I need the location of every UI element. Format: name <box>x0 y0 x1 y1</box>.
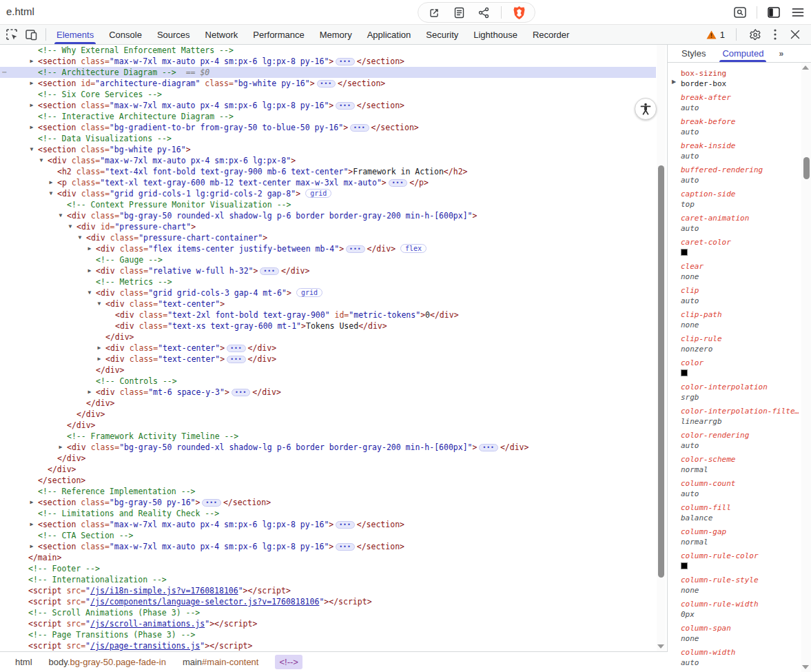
issues-warning-badge[interactable]: 1 <box>706 30 725 40</box>
scroll-up-arrow-icon[interactable] <box>802 65 809 70</box>
expand-arrow-icon[interactable]: ▶ <box>28 78 35 89</box>
expand-arrow-icon[interactable]: ▶ <box>86 265 93 276</box>
script-src-link[interactable]: /js/i18n-simple.js?v=1760818106 <box>90 586 238 595</box>
dom-tree-node[interactable]: ▶<section class="max-w-7xl mx-auto px-4 … <box>0 519 656 530</box>
share-icon[interactable] <box>476 5 491 20</box>
breadcrumb-item[interactable]: body.bg-gray-50.page-fade-in <box>49 657 166 667</box>
dom-tree-node[interactable]: <div class="text-xs text-gray-600 mt-1">… <box>0 320 656 332</box>
computed-property[interactable]: clearnone <box>668 260 801 284</box>
dom-tree-node[interactable]: ▶<section class="max-w-7xl mx-auto px-4 … <box>0 56 656 67</box>
grid-layout-badge[interactable]: grid <box>305 189 331 198</box>
expand-ellipsis-button[interactable]: ••• <box>260 267 278 275</box>
expand-arrow-icon[interactable]: ▶ <box>86 387 93 398</box>
dom-tree-node[interactable]: </div> <box>0 420 656 431</box>
expand-ellipsis-button[interactable]: ••• <box>336 58 354 65</box>
computed-property[interactable]: buffered-renderingauto <box>668 163 801 187</box>
dom-tree-node[interactable]: ▶<p class="text-xl text-gray-600 mb-12 t… <box>0 177 656 188</box>
scroll-down-arrow-icon[interactable] <box>657 644 664 649</box>
dom-tree-node[interactable]: <!-- Why External Enforcement Matters --… <box>0 45 656 56</box>
expand-ellipsis-button[interactable]: ••• <box>202 499 220 507</box>
grid-layout-badge[interactable]: grid <box>296 288 322 297</box>
computed-property[interactable]: color <box>668 356 801 380</box>
dom-tree-node[interactable]: <h2 class="text-4xl font-bold text-gray-… <box>0 166 656 177</box>
expand-arrow-icon[interactable]: ▶ <box>96 354 103 365</box>
collapse-arrow-icon[interactable]: ▼ <box>67 221 74 232</box>
collapse-arrow-icon[interactable]: ▼ <box>48 188 54 199</box>
accessibility-icon[interactable] <box>635 98 657 120</box>
expand-ellipsis-button[interactable]: ••• <box>336 521 354 529</box>
dom-tree-node[interactable]: </section> <box>0 475 656 486</box>
devtools-close-icon[interactable] <box>788 27 803 42</box>
devtools-tab-sources[interactable]: Sources <box>150 25 198 44</box>
dom-tree-node[interactable]: <!-- Framework Activity Timeline --> <box>0 431 656 442</box>
sidebar-scrollbar-thumb[interactable] <box>803 157 810 179</box>
dom-tree-node[interactable]: ▼<div class="max-w-7xl mx-auto px-4 sm:p… <box>0 155 656 166</box>
expand-arrow-icon[interactable]: ▶ <box>28 541 35 552</box>
dom-tree-node[interactable]: <!-- Gauge --> <box>0 254 656 265</box>
computed-property[interactable]: color-schemenormal <box>668 453 801 477</box>
collapse-arrow-icon[interactable]: ▼ <box>96 298 103 309</box>
node-options-dots-icon[interactable]: ⋯ <box>2 67 8 78</box>
computed-property[interactable]: break-beforeauto <box>668 115 801 139</box>
dom-tree-node[interactable]: </div> <box>0 453 656 464</box>
breadcrumb-item[interactable]: html <box>15 657 32 667</box>
computed-property[interactable]: clip-pathnone <box>668 308 801 332</box>
computed-property[interactable]: clipauto <box>668 284 801 308</box>
sidebar-scrollbar[interactable] <box>801 63 811 672</box>
dom-tree-node[interactable]: </div> <box>0 409 656 420</box>
computed-property[interactable]: column-widthauto <box>668 646 801 670</box>
expand-arrow-icon[interactable]: ▶ <box>28 497 35 508</box>
color-swatch[interactable] <box>681 369 688 376</box>
expand-ellipsis-button[interactable]: ••• <box>336 543 354 551</box>
expand-arrow-icon[interactable]: ▶ <box>28 56 35 67</box>
computed-property[interactable]: caret-animationauto <box>668 212 801 236</box>
dom-tree-node[interactable]: ▼<div class="text-center"> <box>0 298 656 309</box>
script-src-link[interactable]: /js/components/language-selector.js?v=17… <box>90 597 319 607</box>
dom-tree-node[interactable]: ▼<div class="grid grid-cols-1 lg:grid-co… <box>0 188 656 199</box>
dom-tree-node[interactable]: <!-- Data Visualizations --> <box>0 133 656 144</box>
computed-property[interactable]: break-insideauto <box>668 139 801 163</box>
expand-arrow-icon[interactable]: ▶ <box>672 79 676 85</box>
dom-tree-node[interactable]: ▶<div class="relative w-full h-32">•••</… <box>0 265 656 276</box>
dom-tree-node[interactable]: </div> <box>0 332 656 343</box>
dom-tree-node[interactable]: ▶<div class="bg-gray-50 rounded-xl shado… <box>0 442 656 453</box>
elements-scrollbar[interactable] <box>657 45 666 651</box>
dom-tree-node[interactable]: ▶<div class="text-center">•••</div> <box>0 354 656 365</box>
computed-property[interactable]: caption-sidetop <box>668 187 801 212</box>
dom-tree-node[interactable]: ⋯<!-- Architecture Diagram --> == $0 <box>0 67 656 78</box>
dom-tree-node[interactable]: <script src="/js/i18n-simple.js?v=176081… <box>0 585 656 596</box>
search-tabs-icon[interactable] <box>732 5 748 20</box>
collapse-arrow-icon[interactable]: ▼ <box>76 232 83 243</box>
computed-property[interactable]: color-renderingauto <box>668 429 801 453</box>
reader-mode-icon[interactable] <box>451 5 466 20</box>
brave-shield-icon[interactable] <box>511 5 526 20</box>
expand-ellipsis-button[interactable]: ••• <box>350 124 369 132</box>
dom-tree-node[interactable]: <!-- Scroll Animations (Phase 3) --> <box>0 607 656 618</box>
more-tabs-chevron-icon[interactable]: » <box>779 45 782 62</box>
computed-property[interactable]: clip-rulenonzero <box>668 332 801 356</box>
devtools-tab-console[interactable]: Console <box>101 25 150 44</box>
computed-property[interactable]: column-gapnormal <box>668 525 801 549</box>
dom-tree-node[interactable]: <!-- Limitations and Reality Check --> <box>0 508 656 519</box>
devtools-tab-elements[interactable]: Elements <box>49 25 101 44</box>
dom-tree-node[interactable]: <script src="/js/page-transitions.js"></… <box>0 640 656 651</box>
dom-tree-node[interactable]: <!-- Six Core Services --> <box>0 89 656 100</box>
dom-tree-node[interactable]: ▼<div id="pressure-chart"> <box>0 221 656 232</box>
dom-tree-node[interactable]: </div> <box>0 464 656 475</box>
color-swatch[interactable] <box>681 249 688 256</box>
expand-ellipsis-button[interactable]: ••• <box>317 80 336 88</box>
dom-tree-node[interactable]: ▶<div class="text-center">•••</div> <box>0 343 656 354</box>
computed-property[interactable]: column-countauto <box>668 477 801 501</box>
dom-tree-node[interactable]: ▶<section class="max-w-7xl mx-auto px-4 … <box>0 541 656 552</box>
dom-tree-node[interactable]: <!-- Footer --> <box>0 563 656 574</box>
collapse-arrow-icon[interactable]: ▼ <box>38 155 45 166</box>
computed-property[interactable]: color-interpolationsrgb <box>668 380 801 405</box>
expand-arrow-icon[interactable]: ▶ <box>28 519 35 530</box>
browser-menu-icon[interactable] <box>790 5 805 20</box>
computed-property[interactable]: caret-color <box>668 236 801 260</box>
sidebar-toggle-icon[interactable] <box>766 5 781 20</box>
dom-tree-node[interactable]: <!-- Context Pressure Monitor Visualizat… <box>0 199 656 210</box>
dom-tree-node[interactable]: ▼<div class="grid grid-cols-3 gap-4 mt-6… <box>0 287 656 298</box>
expand-ellipsis-button[interactable]: ••• <box>227 345 245 352</box>
dom-tree-node[interactable]: ▶<div class="flex items-center justify-b… <box>0 243 656 254</box>
